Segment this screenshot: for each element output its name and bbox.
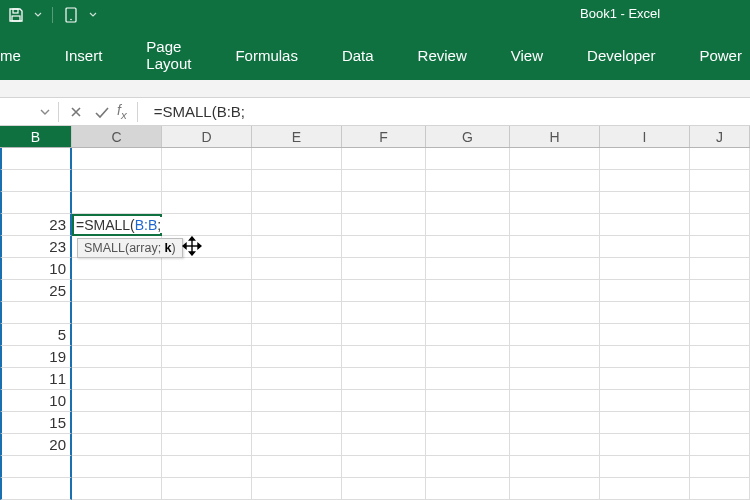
cell[interactable]: 25 [0, 280, 72, 302]
cell[interactable] [342, 236, 426, 258]
cell[interactable] [426, 280, 510, 302]
cell[interactable] [162, 412, 252, 434]
cell[interactable] [342, 148, 426, 170]
cell[interactable] [162, 302, 252, 324]
cell[interactable] [72, 148, 162, 170]
cell[interactable] [342, 302, 426, 324]
touch-dropdown-icon[interactable] [89, 11, 97, 19]
cell[interactable] [72, 170, 162, 192]
cell[interactable] [600, 170, 690, 192]
cell[interactable] [600, 148, 690, 170]
cell[interactable] [426, 456, 510, 478]
cell[interactable] [690, 434, 750, 456]
cell[interactable] [342, 390, 426, 412]
cell[interactable] [0, 170, 72, 192]
cell[interactable] [0, 148, 72, 170]
cell[interactable] [600, 434, 690, 456]
tab-home[interactable]: me [0, 30, 43, 80]
cell[interactable] [690, 390, 750, 412]
cell[interactable] [510, 170, 600, 192]
qat-dropdown-icon[interactable] [34, 11, 42, 19]
cell[interactable] [690, 456, 750, 478]
cell[interactable] [690, 170, 750, 192]
cell[interactable] [72, 346, 162, 368]
cell[interactable] [690, 236, 750, 258]
cell[interactable] [252, 214, 342, 236]
cell[interactable] [162, 192, 252, 214]
cell[interactable] [252, 434, 342, 456]
cell[interactable]: 20 [0, 434, 72, 456]
cell[interactable] [600, 192, 690, 214]
column-header-d[interactable]: D [162, 126, 252, 147]
cell[interactable] [690, 280, 750, 302]
cell[interactable] [600, 390, 690, 412]
cell[interactable] [690, 368, 750, 390]
cell[interactable] [426, 368, 510, 390]
cell[interactable] [72, 280, 162, 302]
cell[interactable] [600, 280, 690, 302]
column-header-b[interactable]: B [0, 126, 72, 147]
cell[interactable] [426, 346, 510, 368]
cell[interactable]: 11 [0, 368, 72, 390]
cell[interactable] [690, 302, 750, 324]
cell[interactable] [162, 214, 252, 236]
cell[interactable]: 23 [0, 236, 72, 258]
cell[interactable] [600, 346, 690, 368]
cell[interactable]: 23 [0, 214, 72, 236]
cell[interactable] [162, 390, 252, 412]
cell[interactable] [510, 368, 600, 390]
cell[interactable] [510, 390, 600, 412]
name-box-dropdown[interactable] [0, 101, 52, 123]
cell[interactable] [342, 324, 426, 346]
cell[interactable] [252, 170, 342, 192]
touch-mode-icon[interactable] [63, 7, 79, 23]
tab-data[interactable]: Data [320, 30, 396, 80]
save-icon[interactable] [8, 7, 24, 23]
cell[interactable] [342, 280, 426, 302]
cell[interactable] [690, 346, 750, 368]
cell[interactable] [162, 280, 252, 302]
cell[interactable] [510, 478, 600, 500]
cell[interactable] [600, 302, 690, 324]
cell[interactable] [162, 456, 252, 478]
active-cell[interactable]: =SMALL(B:B;SMALL(array; k) [72, 214, 162, 236]
cell[interactable] [426, 258, 510, 280]
cell[interactable] [342, 192, 426, 214]
cell[interactable] [426, 478, 510, 500]
cell[interactable] [510, 148, 600, 170]
cell[interactable] [72, 258, 162, 280]
cell[interactable] [510, 434, 600, 456]
column-header-f[interactable]: F [342, 126, 426, 147]
cell[interactable] [510, 346, 600, 368]
cell[interactable] [510, 236, 600, 258]
cell[interactable] [252, 368, 342, 390]
tab-view[interactable]: View [489, 30, 565, 80]
column-header-i[interactable]: I [600, 126, 690, 147]
function-tooltip[interactable]: SMALL(array; k) [77, 238, 183, 258]
tab-formulas[interactable]: Formulas [213, 30, 320, 80]
column-header-j[interactable]: J [690, 126, 750, 147]
cell[interactable] [600, 412, 690, 434]
cell[interactable] [252, 148, 342, 170]
cell[interactable] [162, 434, 252, 456]
cell[interactable] [252, 390, 342, 412]
cell[interactable] [510, 456, 600, 478]
cell[interactable]: 15 [0, 412, 72, 434]
cell[interactable] [690, 148, 750, 170]
cell[interactable] [252, 280, 342, 302]
cell[interactable] [342, 170, 426, 192]
cell[interactable] [690, 258, 750, 280]
cell[interactable] [72, 412, 162, 434]
cell[interactable] [0, 302, 72, 324]
cell[interactable] [600, 214, 690, 236]
cell[interactable] [426, 236, 510, 258]
cell[interactable] [342, 478, 426, 500]
cell[interactable] [252, 236, 342, 258]
cell[interactable] [0, 192, 72, 214]
cell[interactable] [690, 478, 750, 500]
cell[interactable] [342, 346, 426, 368]
cell[interactable] [426, 148, 510, 170]
cell-grid[interactable]: 23=SMALL(B:B;SMALL(array; k)231025519111… [0, 148, 750, 500]
column-header-g[interactable]: G [426, 126, 510, 147]
tab-insert[interactable]: Insert [43, 30, 125, 80]
